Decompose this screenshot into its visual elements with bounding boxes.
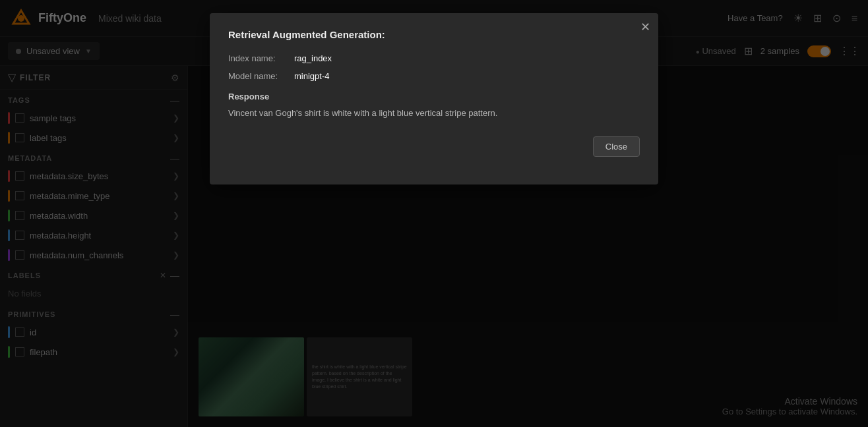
- modal-response-title: Response: [228, 92, 640, 101]
- rag-modal: ✕ Retrieval Augmented Generation: Index …: [210, 13, 658, 185]
- modal-index-value: rag_index: [294, 53, 332, 63]
- modal-title: Retrieval Augmented Generation:: [228, 29, 640, 40]
- modal-model-row: Model name: minigpt-4: [228, 71, 640, 81]
- modal-overlay: ✕ Retrieval Augmented Generation: Index …: [0, 0, 868, 427]
- modal-response-text: Vincent van Gogh's shirt is white with a…: [228, 107, 640, 121]
- modal-index-row: Index name: rag_index: [228, 53, 640, 63]
- modal-close-button[interactable]: Close: [593, 136, 640, 157]
- modal-close-x-button[interactable]: ✕: [640, 21, 650, 33]
- modal-model-label: Model name:: [228, 71, 294, 81]
- modal-model-value: minigpt-4: [294, 71, 329, 81]
- modal-index-label: Index name:: [228, 53, 294, 63]
